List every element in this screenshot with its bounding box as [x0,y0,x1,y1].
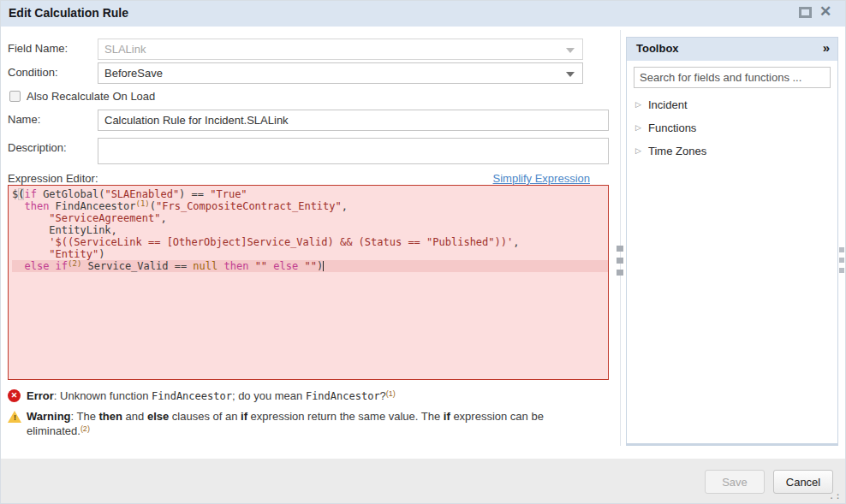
code-line: $(if GetGlobal("SLAEnabled") == "True" [12,188,608,200]
field-name-value: SLALink [104,43,146,56]
collapse-panel-icon[interactable]: » [823,40,830,55]
code-line: else if(2) Service_Valid == null then ""… [12,260,608,272]
recalculate-on-load-checkbox[interactable] [9,91,21,102]
toolbox-item-label: Functions [648,122,696,134]
toolbox-search-input[interactable] [634,67,831,88]
condition-label: Condition: [8,66,58,79]
error-text: Error: Unknown function FindAnceestor; d… [27,388,585,405]
name-label: Name: [8,113,40,126]
warning-text: Warning: The then and else clauses of an… [27,409,585,440]
error-icon: ✕ [8,389,21,402]
text-caret [323,261,324,271]
right-splitter-grip-dot[interactable] [839,247,844,252]
error-message: ✕ Error: Unknown function FindAnceestor;… [8,388,607,404]
toolbox-item-functions[interactable]: ▷Functions [634,119,831,142]
dialog-titlebar: Edit Calculation Rule ✕ [1,1,846,27]
warning-message: ! Warning: The then and else clauses of … [8,409,607,440]
edit-calculation-rule-dialog: Edit Calculation Rule ✕ Field Name: SLAL… [0,0,846,504]
code-line: "ServiceAgreement", [12,212,608,224]
description-input[interactable] [98,138,609,164]
name-input[interactable] [98,110,609,131]
splitter-grip-dot[interactable] [617,246,623,252]
right-splitter-grip-dot[interactable] [839,258,844,263]
toolbox-title: Toolbox [636,42,679,55]
maximize-icon[interactable] [799,7,812,18]
right-splitter-grip-dot[interactable] [839,268,844,273]
dialog-title: Edit Calculation Rule [9,6,128,20]
chevron-down-icon [566,72,575,77]
expand-triangle-icon[interactable]: ▷ [635,123,641,132]
code-line: "Entity") [12,248,608,260]
toolbox-item-time-zones[interactable]: ▷Time Zones [634,142,831,165]
splitter-grip-dot[interactable] [617,270,623,276]
toolbox-item-incident[interactable]: ▷Incident [634,96,831,119]
panel-splitter[interactable] [620,30,621,446]
code-line: '$((ServiceLink == [OtherObject]Service_… [12,236,608,248]
save-button[interactable]: Save [705,470,765,494]
recalculate-on-load-label: Also Recalculate On Load [27,90,155,103]
toolbox-item-label: Time Zones [648,145,706,157]
expand-triangle-icon[interactable]: ▷ [635,146,641,155]
expression-code: $(if GetGlobal("SLAEnabled") == "True" t… [9,186,608,272]
splitter-grip-dot[interactable] [617,258,623,264]
toolbox-header: Toolbox » [627,38,837,61]
expression-editor-label: Expression Editor: [8,172,98,185]
field-name-dropdown[interactable]: SLALink [98,39,583,60]
expression-editor[interactable]: $(if GetGlobal("SLAEnabled") == "True" t… [8,185,609,380]
code-line: then FindAnceestor(1)("Frs_CompositeCont… [12,200,608,212]
dialog-footer: Save Cancel [1,459,846,504]
description-label: Description: [8,141,67,154]
toolbox-panel: Toolbox » ▷Incident▷Functions▷Time Zones [626,37,838,446]
cancel-button[interactable]: Cancel [773,470,833,494]
resize-grip[interactable]: .: [829,490,842,501]
warning-exclamation: ! [14,413,16,422]
close-icon[interactable]: ✕ [819,3,831,21]
condition-value: BeforeSave [104,67,163,80]
toolbox-item-label: Incident [648,98,688,111]
code-line: EntityLink, [12,224,608,236]
field-name-label: Field Name: [8,42,68,55]
chevron-down-icon [566,48,575,53]
toolbox-tree: ▷Incident▷Functions▷Time Zones [634,96,831,165]
condition-dropdown[interactable]: BeforeSave [98,62,583,84]
simplify-expression-link[interactable]: Simplify Expression [493,172,590,185]
expand-triangle-icon[interactable]: ▷ [635,100,641,109]
